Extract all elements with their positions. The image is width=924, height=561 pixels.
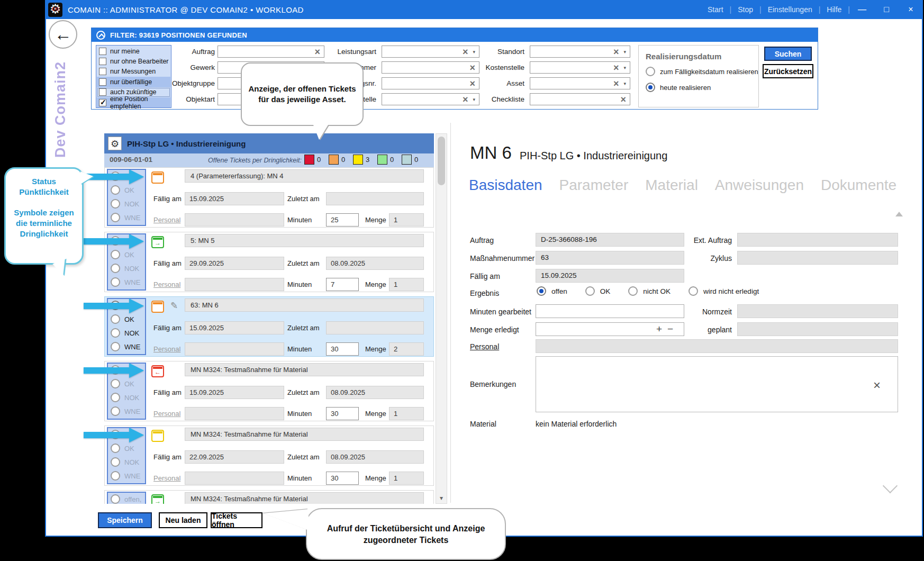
radio-nok[interactable]: NOK xyxy=(111,328,139,338)
asset-group-header[interactable]: ⚙ PIH-Stp LG • Industriereinigung xyxy=(104,133,434,153)
ticket-red-square[interactable] xyxy=(304,155,314,165)
input-kostenstelle[interactable] xyxy=(530,61,630,74)
radio-wne[interactable]: WNE xyxy=(111,471,140,481)
radio-icon[interactable] xyxy=(537,286,546,296)
settings-gear-icon[interactable]: ⚙ xyxy=(108,137,122,150)
menu-einstellungen[interactable]: Einstellungen xyxy=(762,5,819,14)
radio-icon[interactable] xyxy=(111,314,120,324)
minuten-input[interactable]: 25 xyxy=(326,213,359,227)
personal-link[interactable]: Personal xyxy=(153,474,180,482)
personal-link[interactable]: Personal xyxy=(153,410,180,418)
checkbox-icon[interactable] xyxy=(99,99,106,106)
input-standort[interactable] xyxy=(530,46,630,58)
input-auftragnehmer[interactable] xyxy=(382,61,479,74)
ticket-green-square[interactable] xyxy=(377,155,387,165)
radio-icon[interactable] xyxy=(646,83,655,92)
radio-icon[interactable] xyxy=(111,277,120,287)
radio-icon[interactable] xyxy=(111,342,120,351)
menu-stop[interactable]: Stop xyxy=(731,5,759,14)
input-auftrag[interactable] xyxy=(218,46,324,58)
radio-icon[interactable] xyxy=(628,286,638,296)
radio-icon[interactable] xyxy=(111,406,120,416)
clear-bemerkungen-icon[interactable] xyxy=(873,378,881,393)
checkbox-icon[interactable] xyxy=(99,88,106,96)
back-button[interactable]: ← xyxy=(49,20,77,49)
minuten-input[interactable]: 7 xyxy=(326,278,359,291)
ticket-blue-square[interactable] xyxy=(402,155,412,165)
checkbox-icon[interactable] xyxy=(99,48,106,55)
scrollbar-down-icon[interactable] xyxy=(436,494,447,502)
tab-basisdaten[interactable]: Basisdaten xyxy=(469,177,542,194)
checkbox-icon[interactable] xyxy=(99,58,106,65)
clear-icon[interactable] xyxy=(620,95,626,104)
personal-link[interactable]: Personal xyxy=(153,280,180,288)
personal-link[interactable]: Personal xyxy=(470,342,499,351)
collapse-chevron-icon[interactable] xyxy=(96,31,105,40)
radio-icon[interactable] xyxy=(111,328,120,338)
radio-icon[interactable] xyxy=(111,185,120,195)
tab-parameter[interactable]: Parameter xyxy=(559,177,629,194)
radio-icon[interactable] xyxy=(111,393,120,402)
tab-dokumente[interactable]: Dokumente xyxy=(821,177,896,194)
clear-icon[interactable] xyxy=(613,47,619,57)
radio-ok[interactable]: OK xyxy=(111,379,134,388)
radio-wne[interactable]: WNE xyxy=(111,406,140,416)
scrollbar-thumb[interactable] xyxy=(438,137,445,185)
radio-icon[interactable] xyxy=(111,379,120,388)
radio-icon[interactable] xyxy=(689,286,698,296)
radio-label-offen[interactable]: offen xyxy=(551,287,567,295)
radio-faelligkeitsdatum[interactable]: zum Fälligkeitsdatum realisieren xyxy=(646,67,758,76)
radio-wne[interactable]: WNE xyxy=(111,342,140,351)
minuten-input[interactable]: 30 xyxy=(326,407,359,420)
search-button[interactable]: Suchen xyxy=(764,47,812,61)
ticket-yellow-square[interactable] xyxy=(353,155,363,165)
maximize-icon[interactable]: □ xyxy=(874,5,899,14)
edit-pencil-icon[interactable] xyxy=(170,300,178,311)
radio-nok[interactable]: NOK xyxy=(111,264,139,273)
radio-wne[interactable]: WNE xyxy=(111,213,140,222)
radio-ok[interactable]: OK xyxy=(111,314,134,324)
clear-icon[interactable] xyxy=(613,63,619,73)
radio-label-nicht-ok[interactable]: nicht OK xyxy=(643,287,671,295)
worklist-item-selected[interactable]: OK NOK WNE 63: MN 6 Fällig am 15.09.2025… xyxy=(104,296,434,357)
radio-nok[interactable]: NOK xyxy=(111,457,139,467)
radio-icon[interactable] xyxy=(585,286,595,296)
radio-ok[interactable]: OK xyxy=(111,185,134,195)
item-title[interactable]: 5: MN 5 xyxy=(185,234,424,247)
input-stelle[interactable] xyxy=(382,93,479,105)
menu-hilfe[interactable]: Hilfe xyxy=(820,5,848,14)
clear-icon[interactable] xyxy=(613,79,619,88)
radio-label-wird-nicht-erledigt[interactable]: wird nicht erledigt xyxy=(703,287,759,295)
bemerkungen-textarea[interactable] xyxy=(536,356,898,412)
radio-icon[interactable] xyxy=(111,250,120,259)
item-title[interactable]: 63: MN 6 xyxy=(185,298,424,312)
item-title[interactable]: MN M324: Testmaßnahme für Material xyxy=(185,492,424,504)
radio-offen[interactable]: offen, xyxy=(111,494,141,504)
item-title[interactable]: 4 (Parametererfassung): MN 4 xyxy=(185,169,424,183)
personal-link[interactable]: Personal xyxy=(153,216,180,224)
radio-wne[interactable]: WNE xyxy=(111,277,140,287)
dropdown-icon[interactable] xyxy=(623,81,626,86)
worklist-item[interactable]: OK NOK WNE 5: MN 5 Fällig am 29.09.2025 … xyxy=(104,232,434,292)
minuten-input[interactable]: 30 xyxy=(326,342,359,356)
radio-ok[interactable]: OK xyxy=(111,250,134,259)
checkbox-icon[interactable] xyxy=(99,68,106,75)
detail-scroll-up-icon[interactable] xyxy=(895,212,903,216)
minuten-gearbeitet-input[interactable] xyxy=(536,304,684,318)
reset-button[interactable]: Zurücksetzen xyxy=(763,64,813,78)
worklist-item[interactable]: OK NOK WNE 4 (Parametererfassung): MN 4 … xyxy=(104,167,434,228)
input-leistungsart[interactable] xyxy=(382,46,479,58)
worklist-item-partial[interactable]: offen, MN M324: Testmaßnahme für Materia… xyxy=(104,490,434,504)
radio-icon[interactable] xyxy=(111,213,120,222)
minimize-icon[interactable]: — xyxy=(850,5,874,14)
open-tickets-button[interactable]: Tickets öffnen xyxy=(211,512,262,528)
dropdown-icon[interactable] xyxy=(623,65,626,70)
worklist-item[interactable]: OK NOK WNE MN M324: Testmaßnahme für Mat… xyxy=(104,361,434,421)
radio-icon[interactable] xyxy=(111,494,120,504)
radio-nok[interactable]: NOK xyxy=(111,393,139,402)
radio-icon[interactable] xyxy=(111,199,120,209)
radio-nok[interactable]: NOK xyxy=(111,199,139,209)
dropdown-icon[interactable] xyxy=(623,49,626,55)
radio-icon[interactable] xyxy=(646,67,655,76)
plus-icon[interactable]: + xyxy=(656,323,662,335)
